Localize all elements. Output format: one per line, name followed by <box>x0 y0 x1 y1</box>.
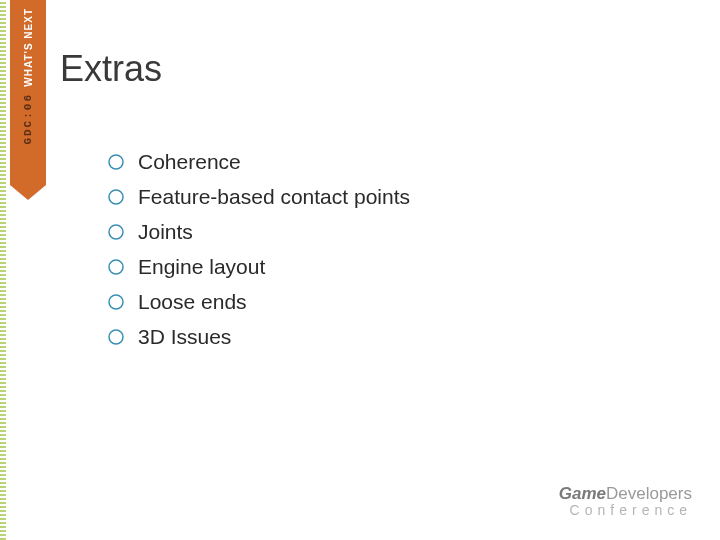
list-item-text: Joints <box>138 220 193 244</box>
footer-game-text: Game <box>559 484 606 503</box>
bullet-icon <box>108 224 124 240</box>
bullet-icon <box>108 189 124 205</box>
slide-title: Extras <box>60 48 162 90</box>
list-item: Loose ends <box>108 290 410 314</box>
list-item: 3D Issues <box>108 325 410 349</box>
list-item: Joints <box>108 220 410 244</box>
bullet-list: Coherence Feature-based contact points J… <box>108 150 410 360</box>
footer-logo: GameDevelopers Conference <box>559 484 692 518</box>
list-item: Coherence <box>108 150 410 174</box>
list-item-text: Feature-based contact points <box>138 185 410 209</box>
list-item-text: 3D Issues <box>138 325 231 349</box>
event-ribbon: WHAT'S NEXT GDC:06 <box>10 0 46 200</box>
bullet-icon <box>108 329 124 345</box>
ribbon-subtitle: GDC:06 <box>22 93 34 145</box>
list-item: Feature-based contact points <box>108 185 410 209</box>
bullet-icon <box>108 294 124 310</box>
bullet-icon <box>108 154 124 170</box>
footer-conference-text: Conference <box>559 502 692 518</box>
decorative-stripe <box>0 0 6 540</box>
list-item-text: Coherence <box>138 150 241 174</box>
footer-developers-text: Developers <box>606 484 692 503</box>
ribbon-title: WHAT'S NEXT <box>23 8 34 87</box>
list-item-text: Loose ends <box>138 290 247 314</box>
bullet-icon <box>108 259 124 275</box>
list-item-text: Engine layout <box>138 255 265 279</box>
list-item: Engine layout <box>108 255 410 279</box>
